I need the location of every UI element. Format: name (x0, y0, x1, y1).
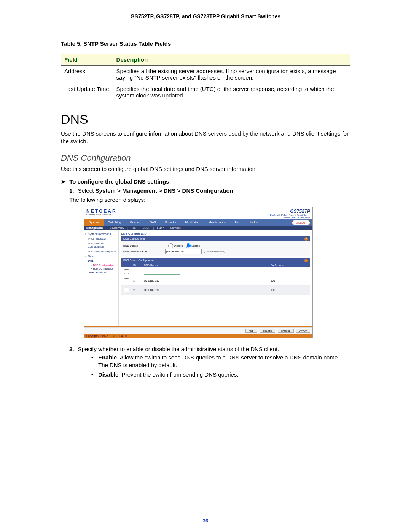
step-number: 2. (69, 346, 74, 352)
new-server-input[interactable] (144, 269, 180, 275)
procedure-title: ➤ To configure the global DNS settings: (61, 178, 350, 185)
th-server: DNS Server (142, 263, 269, 267)
th-desc: Description (113, 54, 350, 66)
tab-switching[interactable]: Switching (104, 219, 126, 226)
cell-pref: 101 (269, 286, 310, 295)
sidebar-green[interactable]: Green Ethernet (84, 270, 118, 275)
sntp-table: Field Description Address Specifies all … (61, 54, 350, 101)
cell-pref: 100 (269, 276, 310, 286)
tab-qos[interactable]: QoS (145, 219, 161, 226)
cell-field: Address (61, 66, 113, 83)
model-name: GS752TP (270, 209, 310, 214)
sidebar-time[interactable]: Time (84, 254, 118, 259)
th-check (121, 263, 132, 267)
cell-field: Last Update Time (61, 83, 113, 101)
table-row: 1 10.5.102.110 100 (121, 276, 310, 286)
sidebar-host-configuration[interactable]: » Host Configuration (84, 267, 118, 270)
tab-system[interactable]: System (84, 219, 104, 226)
row-checkbox[interactable] (124, 278, 129, 283)
sidebar-ipv6-neighbors[interactable]: IPv6 Network Neighbors (84, 249, 118, 254)
sidebar: System Information IP Configuration IPv6… (84, 230, 119, 326)
dns-heading: DNS (61, 112, 350, 127)
step1-followup: The following screen displays: (69, 196, 350, 204)
netgear-logo: NETGEAR Connect with Innovation™ (86, 209, 117, 216)
sidebar-dns-configuration[interactable]: » DNS Configuration (84, 264, 118, 267)
main-tabs: System Switching Routing QoS Security Mo… (84, 219, 312, 226)
help-icon[interactable]: ? (304, 259, 308, 262)
dns-status-label: DNS Status (123, 244, 165, 247)
dns-config-intro: Use this screen to configure global DNS … (61, 165, 350, 173)
step-text: Specify whether to enable or disable the… (78, 346, 279, 352)
sidebar-ipv6-config[interactable]: IPv6 Network Configuration (84, 241, 118, 249)
tab-monitoring[interactable]: Monitoring (180, 219, 204, 226)
panel1-title: DNS Configuration (123, 237, 145, 241)
copyright: Copyright © 1996-2013 NETGEAR ® (84, 334, 312, 338)
dns-server-table: ID DNS Server Preference (121, 263, 310, 295)
dns-default-label: DNS Default Name (123, 250, 165, 253)
submenu: Management | Device View | PoE | SNMP | … (84, 226, 312, 230)
step-1: 1. Select System > Management > DNS > DN… (69, 187, 350, 338)
submenu-management[interactable]: Management (86, 227, 103, 229)
step-2: 2. Specify whether to enable or disable … (69, 346, 350, 379)
sidebar-dns[interactable]: DNS (84, 259, 118, 263)
step-number: 1. (69, 187, 74, 194)
th-field: Field (61, 54, 113, 66)
submenu-deviceview[interactable]: Device View (110, 227, 124, 229)
screenshot-footer: ADD DELETE CANCEL APPLY (84, 327, 312, 334)
dns-intro: Use the DNS screens to configure informa… (61, 130, 350, 145)
tab-index[interactable]: Index (246, 219, 263, 226)
step-suffix: . (233, 187, 235, 194)
th-id: ID (132, 263, 142, 267)
cell-server: 10.5.102.111 (142, 286, 269, 295)
dns-default-input[interactable] (165, 249, 202, 254)
th-pref: Preference (269, 263, 310, 267)
submenu-snmp[interactable]: SNMP (143, 227, 150, 229)
submenu-poe[interactable]: PoE (131, 227, 136, 229)
sidebar-system-info[interactable]: System Information (84, 232, 118, 236)
cell-desc: Specifies all the existing server addres… (113, 66, 350, 83)
page-number: 36 (0, 518, 411, 524)
tab-maintenance[interactable]: Maintenance (204, 219, 231, 226)
logout-button[interactable]: LOGOUT (292, 220, 310, 225)
dns-config-heading: DNS Configuration (61, 153, 350, 163)
dns-status-disable-text: Disable (174, 244, 183, 247)
submenu-lldp[interactable]: LLDP (157, 227, 164, 229)
table-caption: Table 5. SNTP Server Status Table Fields (61, 40, 350, 47)
row-checkbox[interactable] (124, 269, 129, 274)
nav-route: System > Management > DNS > DNS Configur… (96, 187, 233, 194)
help-icon[interactable]: ? (304, 237, 308, 241)
dns-status-enable-radio[interactable] (186, 243, 191, 248)
tagline: Connect with Innovation™ (86, 213, 117, 216)
apply-button[interactable]: APPLY (296, 329, 310, 333)
tab-routing[interactable]: Routing (126, 219, 145, 226)
doc-title: GS752TP, GS728TP, and GS728TPP Gigabit S… (61, 13, 350, 19)
cell-server: 10.5.102.110 (142, 276, 269, 286)
bullet-text: . Allow the switch to send DNS queries t… (98, 354, 339, 368)
cell-desc: Specifies the local date and time (UTC) … (113, 83, 350, 101)
panel-dns-server-config: DNS Server Configuration ? ID DNS Server… (121, 258, 310, 295)
sidebar-ip-config[interactable]: IP Configuration (84, 236, 118, 241)
tab-help[interactable]: Help (231, 219, 246, 226)
dns-status-disable-radio[interactable] (168, 243, 173, 248)
procedure-title-text: To configure the global DNS settings: (69, 178, 171, 185)
bullet-text: . Prevent the switch from sending DNS qu… (118, 371, 238, 378)
cancel-button[interactable]: CANCEL (278, 329, 294, 333)
table-row: Address Specifies all the existing serve… (61, 66, 350, 83)
table-new-row (121, 267, 310, 276)
submenu-services[interactable]: Services (170, 227, 181, 229)
table-row: 2 10.5.102.111 101 (121, 286, 310, 295)
model-desc2: with PoE and 4 SFP Ports (270, 216, 310, 219)
bullet-enable: Enable. Allow the switch to send DNS que… (91, 354, 350, 369)
row-checkbox[interactable] (124, 288, 129, 292)
delete-button[interactable]: DELETE (260, 329, 275, 333)
step-text: Select (78, 187, 96, 194)
arrow-icon: ➤ (61, 178, 68, 185)
bullet-term: Enable (98, 354, 117, 361)
bullet-disable: Disable. Prevent the switch from sending… (91, 371, 350, 379)
bullet-term: Disable (98, 371, 118, 378)
tab-security[interactable]: Security (161, 219, 181, 226)
add-button[interactable]: ADD (245, 329, 257, 333)
cell-id: 1 (132, 276, 142, 286)
screenshot: NETGEAR Connect with Innovation™ GS752TP… (84, 207, 313, 338)
panel2-title: DNS Server Configuration (123, 259, 154, 262)
